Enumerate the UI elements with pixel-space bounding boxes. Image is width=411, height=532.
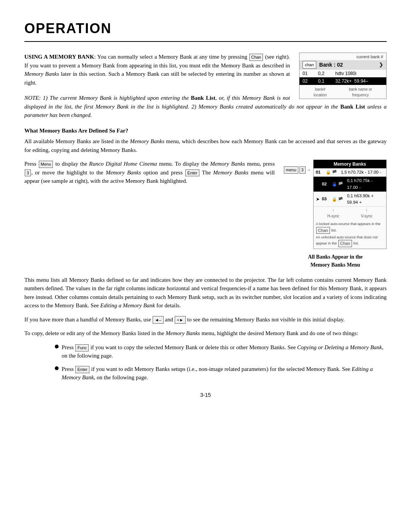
two-col-memory-banks: Press Menu to display the Runco Digital …: [24, 160, 387, 269]
bullet-item-enter: Press Enter if you want to edit Memory B…: [55, 365, 387, 382]
mb-header: Memory Banks: [314, 160, 386, 168]
memory-banks-italic-4: Memory Banks: [106, 169, 141, 176]
section3-para2: If you have more than a handful of Memor…: [24, 315, 387, 324]
bank-row-name: hdtv 1080i: [332, 70, 386, 77]
page-title: OPERATION: [24, 18, 387, 42]
bank-display-diagram: current bank # chan Bank : 02 ❯ 01 0,2 h…: [299, 53, 387, 99]
chan-button-display: chan: [303, 61, 316, 69]
arrow-right-icon: →: [307, 167, 311, 173]
side-caption: All Banks Appear in the Memory Banks Men…: [284, 253, 387, 269]
memory-banks-italic-2: Memory Banks: [130, 138, 164, 144]
legend-row-2: An unlocked auto-source that does not ap…: [316, 235, 384, 247]
section2-para1: All available Memory Banks are listed in…: [24, 137, 387, 154]
bullet-2-text: Press Enter if you want to edit Memory B…: [62, 365, 387, 382]
mb-hsync-labels: ↑ H-sync ↑ V-sync: [314, 207, 386, 220]
flag-icon-02: 🏴: [338, 181, 343, 187]
section2-para2: Press Menu to display the Runco Digital …: [24, 160, 275, 185]
mb-arrow-03: ➤: [316, 196, 320, 203]
legend-row-1: A locked auto-source that appears in the…: [316, 221, 384, 234]
subheading-what-memory-banks: What Memory Banks Are Defined So Far?: [24, 126, 387, 135]
enter-key-inline-1: Enter: [185, 169, 199, 177]
bullet-dot-1: [55, 345, 59, 348]
footer-bank-num: bank#: [314, 86, 327, 92]
section-what-memory-banks: What Memory Banks Are Defined So Far? Al…: [24, 126, 387, 269]
section3: This menu lists all Memory Banks defined…: [24, 276, 387, 382]
flag-icon-01: 🏴: [332, 169, 337, 176]
section-using-memory-bank: current bank # chan Bank : 02 ❯ 01 0,2 h…: [24, 53, 387, 87]
bullet-dot-2: [55, 366, 59, 370]
side-caption-line1: All Banks Appear in the: [284, 253, 387, 261]
legend1-text: A locked auto-source that appears in the…: [316, 221, 384, 234]
mb-row-03: ➤ 03 🔒 🏴 0,1 h63.90k + 59.94 +: [314, 192, 386, 207]
mb-row-01: 01 🔒 🏴 1,5 h70.72k - 17.00 -: [314, 168, 386, 177]
bank-row-num: 01: [299, 70, 315, 77]
bank-row-sub: 0,2: [315, 70, 332, 77]
bank-rows-table: 01 0,2 hdtv 1080i 02 0,1 32.72k+ 59.94–: [299, 70, 386, 85]
key-3-indicator: 3: [299, 166, 306, 174]
mb-row-data-02: 0,1 h70.75k - 17.00 -: [347, 177, 384, 191]
bank-list-bold-1: Bank List: [191, 95, 215, 101]
bank-label: Bank : 02: [319, 61, 343, 69]
legend2-chan-key: Chan: [338, 240, 352, 247]
mb-row-num-01: 01: [316, 169, 324, 176]
chan-key-inline: Chan: [249, 54, 263, 61]
lock-icon-02: 🔒: [332, 181, 337, 187]
memory-banks-italic-3: Memory Banks: [210, 161, 245, 167]
bank-arrow-icon: ❯: [379, 61, 383, 69]
memory-banks-italic-5: Memory Banks: [213, 169, 249, 176]
legend2-text: An unlocked auto-source that does not ap…: [316, 235, 384, 247]
vsync-label: V-sync: [361, 213, 372, 219]
flag-icon-03: 🏴: [338, 196, 343, 203]
bank-row-01: 01 0,2 hdtv 1080i: [299, 70, 386, 77]
bank-row-02: 02 0,1 32.72k+ 59.94–: [299, 77, 386, 85]
mb-row-icons-03: 🔒 🏴: [332, 196, 346, 203]
nav-left-btn: ◄–: [153, 316, 164, 324]
using-memory-bank-heading: USING A MEMORY BANK: [24, 54, 94, 60]
memory-banks-italic-para3: Memory Banks: [166, 330, 200, 336]
mb-row-data-03: 0,1 h63.90k + 59.94 +: [347, 193, 384, 206]
key-3-inline: 3: [25, 169, 31, 177]
enter-key-inline-2: Enter: [75, 366, 89, 373]
lock-icon-01: 🔒: [326, 169, 331, 176]
mb-row-num-02: 02: [322, 181, 330, 187]
bank-list-bold-2: Bank List: [340, 104, 365, 110]
mb-arrow-02: ➤: [316, 181, 320, 188]
bank-row-num: 02: [299, 77, 315, 85]
right-col-display: menu 3 → Memory Banks 01 🔒 🏴 1,5 h7: [284, 160, 387, 269]
bank-display-footer: bank# location bank name or frequency: [299, 85, 386, 99]
nav-right-btn: +►: [175, 316, 186, 324]
memory-banks-italic-1: Memory Banks: [24, 71, 59, 77]
bullet-1-text: Press Func if you want to copy the selec…: [62, 343, 387, 360]
menu-btn-indicator: menu: [284, 166, 298, 174]
mb-row-icons-02: 🔒 🏴: [332, 181, 346, 187]
side-caption-line2: Memory Banks Menu: [284, 261, 387, 269]
current-bank-label: current bank #: [357, 54, 383, 60]
editing-italic: Editing a Memory Bank: [100, 302, 155, 308]
menu-key-inline: Menu: [39, 161, 53, 168]
bank-row-name: 32.72k+ 59.94–: [332, 77, 386, 85]
mb-row-data-01: 1,5 h70.72k - 17.00 -: [341, 169, 384, 176]
mb-legend: A locked auto-source that appears in the…: [314, 220, 386, 249]
func-key-inline: Func: [75, 344, 88, 351]
copying-italic: Copying or Deleting a Memory Bank,: [297, 344, 384, 350]
footer-bank-name: bank name or: [349, 86, 372, 92]
left-col-text: Press Menu to display the Runco Digital …: [24, 160, 275, 191]
footer-location: location: [314, 92, 327, 98]
bullet-item-func: Press Func if you want to copy the selec…: [55, 343, 387, 360]
bank-row-sub: 0,1: [315, 77, 332, 85]
legend1-chan-key: Chan: [316, 227, 330, 234]
mb-row-02: ➤ 02 🔒 🏴 0,1 h70.75k - 17.00 -: [314, 177, 386, 192]
section3-para1: This menu lists all Memory Banks defined…: [24, 276, 387, 310]
lock-icon-03: 🔒: [332, 196, 337, 203]
mb-row-icons-01: 🔒 🏴: [326, 169, 339, 176]
page-number: 3-15: [24, 391, 387, 399]
section3-para3: To copy, delete or edit any of the Memor…: [24, 329, 387, 338]
footer-frequency: frequency: [349, 92, 372, 98]
memory-banks-display: Memory Banks 01 🔒 🏴 1,5 h70.72k - 17.00 …: [313, 160, 387, 249]
mb-row-num-03: 03: [322, 196, 330, 202]
bullet-list: Press Func if you want to copy the selec…: [55, 343, 387, 382]
runco-italic: Runco Digital Home Cinema: [89, 161, 157, 167]
hsync-label: H-sync: [327, 213, 339, 219]
